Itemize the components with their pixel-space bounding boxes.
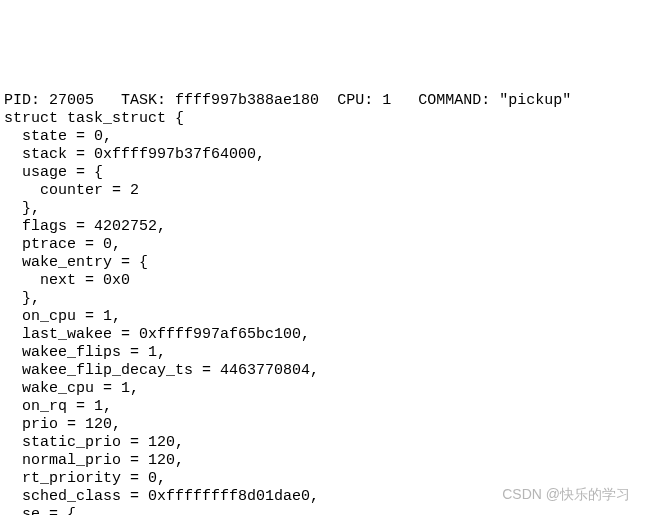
field-prio: prio = 120,: [4, 416, 121, 433]
command-label: COMMAND:: [418, 92, 490, 109]
field-static-prio: static_prio = 120,: [4, 434, 184, 451]
field-wake-entry-close: },: [4, 290, 40, 307]
field-wake-cpu: wake_cpu = 1,: [4, 380, 139, 397]
field-on-cpu: on_cpu = 1,: [4, 308, 121, 325]
field-state: state = 0,: [4, 128, 112, 145]
command-value: "pickup": [499, 92, 571, 109]
cpu-value: 1: [382, 92, 391, 109]
struct-declaration: struct task_struct {: [4, 110, 184, 127]
task-value: ffff997b388ae180: [175, 92, 319, 109]
field-flags: flags = 4202752,: [4, 218, 166, 235]
field-wake-entry-next: next = 0x0: [4, 272, 130, 289]
field-normal-prio: normal_prio = 120,: [4, 452, 184, 469]
field-on-rq: on_rq = 1,: [4, 398, 112, 415]
field-wakee-flips: wakee_flips = 1,: [4, 344, 166, 361]
terminal-output: PID: 27005 TASK: ffff997b388ae180 CPU: 1…: [0, 72, 648, 515]
pid-value: 27005: [49, 92, 94, 109]
pid-label: PID:: [4, 92, 40, 109]
field-wake-entry-open: wake_entry = {: [4, 254, 148, 271]
field-rt-priority: rt_priority = 0,: [4, 470, 166, 487]
task-label: TASK:: [121, 92, 166, 109]
field-se-open: se = {: [4, 506, 76, 515]
field-stack: stack = 0xffff997b37f64000,: [4, 146, 265, 163]
header-line: PID: 27005 TASK: ffff997b388ae180 CPU: 1…: [4, 92, 571, 109]
cpu-label: CPU:: [337, 92, 373, 109]
field-usage-counter: counter = 2: [4, 182, 139, 199]
field-usage-open: usage = {: [4, 164, 103, 181]
field-sched-class: sched_class = 0xffffffff8d01dae0,: [4, 488, 319, 505]
field-last-wakee: last_wakee = 0xffff997af65bc100,: [4, 326, 310, 343]
field-wakee-flip-decay-ts: wakee_flip_decay_ts = 4463770804,: [4, 362, 319, 379]
field-usage-close: },: [4, 200, 40, 217]
field-ptrace: ptrace = 0,: [4, 236, 121, 253]
